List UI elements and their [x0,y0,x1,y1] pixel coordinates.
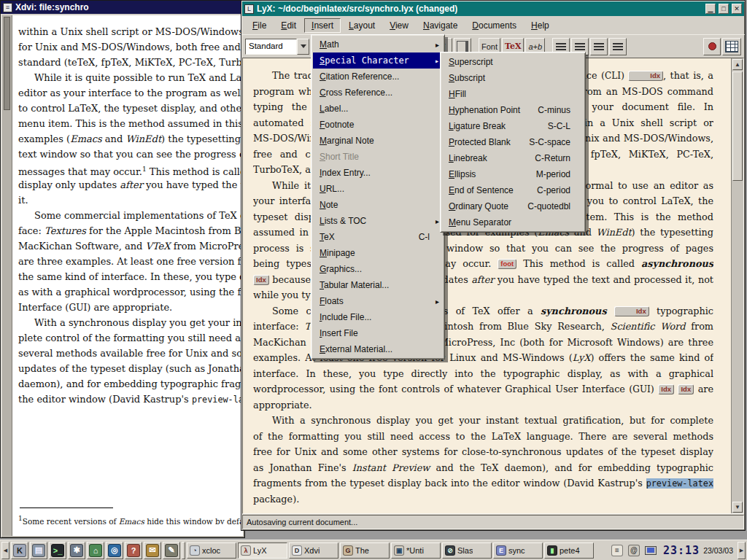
menu-help[interactable]: Help [525,19,556,32]
menu-item-lists-toc[interactable]: Lists & TOC▸ [313,213,443,229]
menu-navigate[interactable]: Navigate [417,19,464,32]
menu-item-label: Short Title [320,152,359,162]
scroll-down-icon[interactable]: ▼ [732,502,743,513]
idx-inset[interactable]: Idx [628,71,663,81]
menu-item-cross-reference[interactable]: Cross Reference... [313,85,443,101]
control-center-icon[interactable]: ✱ [68,542,85,559]
help-icon[interactable]: ? [125,542,142,559]
menu-item-url[interactable]: URL... [313,181,443,197]
menu-item-short-title[interactable]: Short Title [313,149,443,165]
korn-icon[interactable]: @ [626,542,642,559]
menu-item-subscript[interactable]: Subscript [442,70,584,86]
menu-item-math[interactable]: Math▸ [313,36,443,52]
menu-item-floats[interactable]: Floats▸ [313,293,443,309]
xdvi-titlebar[interactable]: ≡ Xdvi: file:synchro [1,1,244,14]
menu-item-label: External Material... [320,344,392,354]
menu-layout[interactable]: Layout [342,19,382,32]
lyx-scrollbar[interactable]: ▲ ▼ [731,58,743,513]
menu-item-label: URL... [320,184,344,194]
menu-file[interactable]: File [246,19,273,32]
menu-item-hfill[interactable]: HFill [442,86,584,102]
footnote-inset[interactable]: foot [498,259,516,269]
menu-insert[interactable]: Insert [304,18,341,33]
klipper-icon[interactable]: ≡ [609,542,625,559]
panel-handle[interactable] [182,542,185,559]
menu-item-graphics[interactable]: Graphics... [313,261,443,277]
menu-item-protected-blank[interactable]: Protected BlankS-C-space [442,134,584,150]
menu-item-linebreak[interactable]: LinebreakC-Return [442,150,584,166]
scroll-up-icon[interactable]: ▲ [732,59,743,70]
menu-item-label: Math [320,39,339,50]
panel-hide-left-icon[interactable]: ◀ [1,542,9,559]
menu-item-label[interactable]: Label... [313,101,443,117]
menu-item-minipage[interactable]: Minipage [313,245,443,261]
idx-inset[interactable]: Idx [614,306,649,316]
menu-item-tabular-material[interactable]: Tabular Material... [313,277,443,293]
lyx-scrollbar-thumb[interactable] [732,71,743,181]
task-button-unti[interactable]: ▣*Unti [391,542,441,559]
xdvi-scrollbar-thumb[interactable] [4,17,10,110]
menu-item-external-material[interactable]: External Material... [313,341,443,357]
menu-item-end-of-sentence[interactable]: End of SentenceC-period [442,182,584,198]
text-run: This method is called [516,258,641,269]
menu-item-ellipsis[interactable]: EllipsisM-period [442,166,584,182]
text-run: CLI [605,71,621,81]
insert-table-icon[interactable] [722,38,741,55]
task-button-xcloc[interactable]: ◔xcloc [187,542,236,559]
combo-dropdown-icon[interactable] [297,39,309,55]
display-icon[interactable] [643,542,659,559]
text-run: ) the typesetting process is shown in a … [161,133,243,144]
menu-view[interactable]: View [383,19,415,32]
text-run: standard (teTeX, fpTeX, MiKTeX, PC-TeX, … [18,57,243,68]
task-button-pete4[interactable]: ▮pete4 [544,542,594,559]
menu-item-ligature-break[interactable]: Ligature BreakS-C-L [442,118,584,134]
show-desktop-icon[interactable]: ▤ [30,542,47,559]
menu-item-footnote[interactable]: Footnote [313,117,443,133]
kmail-icon[interactable]: ✉ [144,542,161,559]
menu-item-index-entry[interactable]: Index Entry... [313,165,443,181]
editor-icon[interactable]: ✎ [163,542,180,559]
menu-item-special-character[interactable]: Special Character▸ [313,52,443,69]
menu-item-citation-reference[interactable]: Citation Reference... [313,69,443,85]
idx-inset[interactable]: Idx [678,384,694,394]
menu-item-insert-file[interactable]: Insert File [313,325,443,341]
text-run: are three examples. At least one free ve… [18,256,243,267]
home-icon[interactable]: ⌂ [87,542,104,559]
idx-inset[interactable]: Idx [253,275,269,285]
menu-item-include-file[interactable]: Include File... [313,309,443,325]
close-button-icon[interactable]: ✕ [732,4,742,14]
panel-hide-right-icon[interactable]: ▶ [738,542,746,559]
minimize-button-icon[interactable]: ▁ [705,4,716,14]
increase-depth-icon[interactable] [590,38,608,55]
xdvi-vertical-scrollbar[interactable] [2,15,12,536]
task-button-slas[interactable]: ⊘Slas [442,542,492,559]
text-run: after [120,179,143,190]
menu-documents[interactable]: Documents [465,19,523,32]
menu-item-menu-separator[interactable]: Menu Separator [442,214,584,230]
decrease-depth-icon[interactable] [609,38,627,55]
maximize-button-icon[interactable]: □ [719,4,729,14]
menu-item-marginal-note[interactable]: Marginal Note [313,133,443,149]
paragraph-style-combo[interactable]: Standard [245,39,309,55]
task-button-lyx[interactable]: λLyX [238,542,287,559]
lyx-titlebar[interactable]: L LyX: ~/doc/beginlatex/src/synchro.lyx … [242,1,744,16]
preview-icon[interactable] [703,38,721,55]
konsole-icon[interactable]: >_ [49,542,66,559]
text-run: asynchronous [641,258,713,269]
menu-item-note[interactable]: Note [313,197,443,213]
task-button-the[interactable]: GThe [340,542,390,559]
submenu-arrow-icon: ▸ [435,57,439,65]
text-run: With a synchronous display you get your … [34,317,243,328]
menu-item-superscript[interactable]: Superscript [442,54,584,70]
task-button-xdvi[interactable]: DXdvi [289,542,338,559]
menu-item-hyphenation-point[interactable]: Hyphenation PointC-minus [442,102,584,118]
menu-item-tex[interactable]: TeXC-l [313,229,443,245]
menu-item-ordinary-quote[interactable]: Ordinary QuoteC-quotedbl [442,198,584,214]
idx-inset[interactable]: Idx [658,384,674,394]
text-run: VTeX [146,241,171,252]
panel-clock[interactable]: 23:13 23/03/03 [660,544,736,557]
menu-edit[interactable]: Edit [274,19,303,32]
k-menu-icon[interactable]: K [11,542,28,559]
konqueror-icon[interactable]: ◎ [106,542,123,559]
task-button-sync[interactable]: Esync [493,542,543,559]
